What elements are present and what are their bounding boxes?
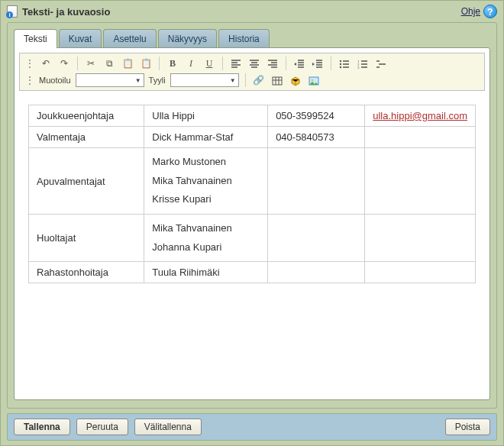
tab-strip: Teksti Kuvat Asettelu Näkyvyys Historia: [14, 29, 490, 48]
format-dropdown[interactable]: [76, 73, 144, 87]
align-left-icon[interactable]: [229, 57, 243, 70]
role-cell[interactable]: Apuvalmentajat: [29, 148, 144, 215]
bullet-list-icon[interactable]: [338, 57, 351, 70]
role-cell[interactable]: Huoltajat: [29, 215, 144, 262]
tab-nakyvyys[interactable]: Näkyvyys: [158, 29, 217, 48]
phone-cell[interactable]: [268, 262, 365, 283]
table-row: Joukkueenjohtaja Ulla Hippi 050-3599524 …: [29, 105, 476, 127]
tab-asettelu[interactable]: Asettelu: [103, 29, 156, 48]
email-cell[interactable]: [365, 127, 476, 148]
table-icon[interactable]: [270, 73, 284, 87]
redo-icon[interactable]: ↷: [57, 57, 71, 70]
email-link[interactable]: ulla.hippi@gmail.com: [373, 110, 467, 121]
svg-text:3: 3: [357, 66, 360, 69]
email-cell[interactable]: [365, 215, 476, 262]
style-dropdown[interactable]: [170, 73, 239, 87]
paste-special-icon[interactable]: 📋: [139, 57, 153, 70]
style-label: Tyyli: [149, 76, 166, 85]
cube-icon[interactable]: [289, 73, 302, 87]
svg-rect-6: [273, 77, 282, 85]
toolbar-grip-icon: ⋮: [24, 57, 34, 69]
svg-point-8: [311, 79, 313, 82]
phone-cell[interactable]: [268, 148, 365, 215]
name-cell[interactable]: Tuula Riihimäki: [144, 262, 268, 283]
delete-button[interactable]: Poista: [445, 419, 490, 435]
name-cell[interactable]: Marko Mustonen Mika Tahvanainen Krisse K…: [144, 148, 268, 215]
name-cell[interactable]: Mika Tahvanainen Johanna Kupari: [144, 215, 268, 262]
indent-icon[interactable]: [311, 57, 325, 70]
underline-button[interactable]: U: [202, 57, 216, 70]
cancel-button[interactable]: Peruuta: [76, 419, 128, 435]
editor-content[interactable]: Joukkueenjohtaja Ulla Hippi 050-3599524 …: [15, 95, 489, 393]
save-button[interactable]: Tallenna: [14, 419, 70, 435]
editor-toolbar: ⋮ ↶ ↷ ✂ ⧉ 📋 📋 B I U: [19, 53, 485, 91]
email-cell[interactable]: [365, 262, 476, 283]
definition-list-icon[interactable]: [374, 57, 388, 70]
italic-button[interactable]: I: [184, 57, 198, 70]
cut-icon[interactable]: ✂: [84, 57, 98, 70]
table-row: Rahastonhoitaja Tuula Riihimäki: [29, 262, 476, 283]
tab-historia[interactable]: Historia: [218, 29, 270, 48]
svg-point-2: [340, 66, 341, 68]
document-icon: [7, 5, 18, 18]
roles-table: Joukkueenjohtaja Ulla Hippi 050-3599524 …: [28, 105, 476, 283]
role-cell[interactable]: Rahastonhoitaja: [29, 262, 144, 283]
svg-point-0: [340, 60, 341, 62]
tab-panel: Teksti Kuvat Asettelu Näkyvyys Historia …: [7, 22, 497, 409]
outdent-icon[interactable]: [292, 57, 306, 70]
tab-kuvat[interactable]: Kuvat: [59, 29, 102, 48]
role-cell[interactable]: Joukkueenjohtaja: [29, 105, 144, 127]
format-label: Muotoilu: [39, 76, 71, 85]
name-cell[interactable]: Ulla Hippi: [144, 105, 268, 127]
image-icon[interactable]: [307, 73, 321, 87]
titlebar: Teksti- ja kuvaosio Ohje ?: [1, 1, 503, 21]
svg-point-1: [340, 63, 341, 65]
align-center-icon[interactable]: [247, 57, 261, 70]
window-frame: Teksti- ja kuvaosio Ohje ? Teksti Kuvat …: [0, 0, 504, 446]
email-cell[interactable]: [365, 148, 476, 215]
numbered-list-icon[interactable]: 123: [356, 57, 370, 70]
table-row: Huoltajat Mika Tahvanainen Johanna Kupar…: [29, 215, 476, 262]
help-link[interactable]: Ohje: [461, 6, 480, 17]
tab-teksti[interactable]: Teksti: [14, 29, 57, 48]
undo-icon[interactable]: ↶: [39, 57, 53, 70]
table-row: Valmentaja Dick Hammar-Staf 040-5840573: [29, 127, 476, 148]
phone-cell[interactable]: 050-3599524: [268, 105, 365, 127]
link-icon[interactable]: 🔗: [252, 73, 266, 87]
copy-icon[interactable]: ⧉: [102, 57, 116, 70]
role-cell[interactable]: Valmentaja: [29, 127, 144, 148]
email-cell[interactable]: ulla.hippi@gmail.com: [365, 105, 476, 127]
phone-cell[interactable]: 040-5840573: [268, 127, 365, 148]
table-row: Apuvalmentajat Marko Mustonen Mika Tahva…: [29, 148, 476, 215]
paste-icon[interactable]: 📋: [121, 57, 134, 70]
window-title: Teksti- ja kuvaosio: [22, 6, 110, 18]
help-icon[interactable]: ?: [483, 5, 497, 18]
bold-button[interactable]: B: [166, 57, 179, 70]
footer-bar: Tallenna Peruuta Välitallenna Poista: [7, 413, 497, 441]
editor-frame: ⋮ ↶ ↷ ✂ ⧉ 📋 📋 B I U: [14, 47, 490, 400]
toolbar-grip-icon: ⋮: [24, 74, 34, 86]
savedraft-button[interactable]: Välitallenna: [134, 419, 202, 435]
align-right-icon[interactable]: [266, 57, 279, 70]
phone-cell[interactable]: [268, 215, 365, 262]
name-cell[interactable]: Dick Hammar-Staf: [144, 127, 268, 148]
